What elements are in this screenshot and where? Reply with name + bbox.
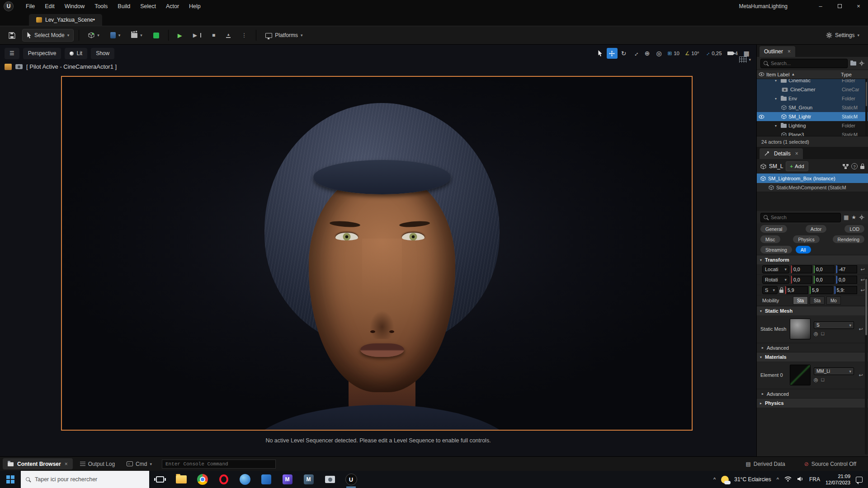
viewport-options-button[interactable]: ☰ <box>5 48 19 59</box>
surface-snap-toggle[interactable]: ◎ <box>654 48 665 59</box>
world-space-toggle[interactable]: ⊕ <box>642 48 653 59</box>
reset-material-icon[interactable]: ↩ <box>857 372 864 378</box>
pilot-camera-icon[interactable] <box>15 64 23 69</box>
blueprints-dropdown[interactable]: ▾ <box>106 29 125 42</box>
unreal-engine-button[interactable] <box>340 471 362 488</box>
view-mode-dropdown[interactable]: Lit <box>65 48 87 59</box>
outliner-row[interactable]: Plane3 StaticM <box>757 130 868 136</box>
pilot-exit-icon[interactable] <box>5 64 12 70</box>
derived-data-button[interactable]: ▤ Derived Data <box>741 461 789 467</box>
menu-window[interactable]: Window <box>60 0 90 12</box>
physics-section-header[interactable]: ▸ Physics <box>757 398 868 408</box>
location-dropdown[interactable]: Locati▾ <box>762 265 789 273</box>
copy-asset-icon[interactable]: □ <box>821 331 825 337</box>
favorites-star-icon[interactable]: ★ <box>851 214 856 221</box>
details-search-input[interactable] <box>771 215 838 220</box>
scale-dropdown[interactable]: S▾ <box>762 286 778 294</box>
outliner-row[interactable]: ▾ Env Folder <box>757 94 868 103</box>
hidden-icons-chevron[interactable]: ^ <box>777 477 779 482</box>
caret-down-icon[interactable]: ▾ <box>775 124 779 128</box>
outliner-scrollbar[interactable] <box>865 79 868 136</box>
frame-skip-button[interactable]: ▶ <box>189 29 205 42</box>
mobility-static-button[interactable]: Sta <box>793 296 808 305</box>
scale-tool-button[interactable]: ↔ <box>630 48 641 59</box>
minimize-button[interactable]: – <box>811 0 830 12</box>
menu-tools[interactable]: Tools <box>90 0 113 12</box>
component-row[interactable]: StaticMeshComponent (StaticM <box>757 183 868 192</box>
details-searchbox[interactable] <box>760 213 841 222</box>
metahuman-app-button[interactable] <box>277 471 298 488</box>
close-icon[interactable]: × <box>795 150 798 157</box>
taskbar-search-input[interactable] <box>35 476 144 483</box>
filter-actor[interactable]: Actor <box>806 225 827 233</box>
move-tool-button[interactable] <box>607 48 618 59</box>
item-label-column-header[interactable]: Item Label ▲ <box>766 72 839 77</box>
uniform-scale-lock-icon[interactable] <box>779 290 783 293</box>
static-mesh-advanced-row[interactable]: ▸ Advanced <box>757 343 868 352</box>
reset-location-icon[interactable]: ↩ <box>859 267 866 272</box>
static-mesh-thumbnail[interactable] <box>790 319 811 339</box>
menu-edit[interactable]: Edit <box>40 0 60 12</box>
static-mesh-asset-dropdown[interactable]: S▾ <box>814 321 854 329</box>
show-dropdown[interactable]: Show <box>91 48 114 59</box>
filter-physics[interactable]: Physics <box>793 235 819 243</box>
type-column-header[interactable]: Type <box>841 72 866 77</box>
outliner-tab[interactable]: Outliner × <box>760 46 795 57</box>
weather-text[interactable]: 31°C Eclaircies <box>734 476 771 483</box>
maximize-button[interactable] <box>830 0 849 12</box>
angle-snap-toggle[interactable]: ∠ 10° <box>683 48 702 59</box>
perspective-dropdown[interactable]: Perspective <box>23 48 61 59</box>
eye-icon[interactable] <box>759 115 764 119</box>
close-icon[interactable]: × <box>65 461 68 467</box>
outliner-row[interactable]: SM_Groun StaticM <box>757 103 868 112</box>
cinematics-dropdown[interactable]: ▾ <box>127 29 146 42</box>
quixel-bridge-button[interactable] <box>149 29 163 42</box>
save-button[interactable] <box>5 29 19 42</box>
scale-x-field[interactable]: 5,9 <box>785 286 808 294</box>
menu-help[interactable]: Help <box>184 0 206 12</box>
browse-to-asset-icon[interactable]: ◎ <box>814 331 818 337</box>
add-component-button[interactable]: + Add <box>786 161 808 171</box>
tab-level-scene[interactable]: Lev_Yazkua_Scene• <box>29 14 102 26</box>
scale-z-field[interactable]: 5,9: <box>835 286 857 294</box>
source-control-button[interactable]: ⊘ Source Control Off <box>800 461 861 467</box>
file-explorer-button[interactable] <box>170 471 192 488</box>
play-options-button[interactable]: ⋮ <box>237 29 251 42</box>
filter-all[interactable]: All <box>796 246 811 253</box>
add-folder-icon[interactable] <box>850 61 856 66</box>
filter-lod[interactable]: LOD <box>844 225 864 233</box>
screenshot-app-button[interactable] <box>319 471 340 488</box>
help-icon[interactable] <box>851 163 858 169</box>
details-settings-icon[interactable] <box>859 215 864 220</box>
launch-button[interactable]: ▲ <box>222 29 235 42</box>
display-filter-icon[interactable]: ▦ <box>844 214 849 221</box>
language-indicator[interactable]: FRA <box>809 476 820 483</box>
outliner-row[interactable]: ▾ Cinematic Folder <box>757 79 868 85</box>
location-z-field[interactable]: -47 <box>836 265 857 273</box>
reset-static-mesh-icon[interactable]: ↩ <box>857 326 864 332</box>
task-view-button[interactable] <box>149 471 170 488</box>
material-thumbnail[interactable] <box>790 365 811 385</box>
mobility-movable-button[interactable]: Mo <box>826 296 841 305</box>
visibility-column-icon[interactable] <box>759 72 764 76</box>
close-button[interactable]: × <box>849 0 868 12</box>
level-viewport[interactable]: ☰ Perspective Lit Show <box>0 45 756 456</box>
browse-to-asset-icon[interactable]: ◎ <box>814 377 818 383</box>
blue-app-button[interactable] <box>255 471 277 488</box>
outliner-settings-icon[interactable] <box>859 61 864 66</box>
outliner-search-input[interactable] <box>771 61 844 66</box>
outliner-searchbox[interactable] <box>760 59 848 68</box>
taskbar-search[interactable] <box>21 471 149 488</box>
location-x-field[interactable]: 0,0 <box>791 265 812 273</box>
m-app-button[interactable] <box>298 471 319 488</box>
rotation-dropdown[interactable]: Rotati▾ <box>762 276 789 284</box>
menu-file[interactable]: File <box>21 0 40 12</box>
settings-dropdown[interactable]: Settings ▾ <box>822 29 863 42</box>
filter-general[interactable]: General <box>760 225 787 233</box>
instance-row-selected[interactable]: SM_Lightroom_Box (Instance) <box>757 174 868 183</box>
material-asset-dropdown[interactable]: MM_Li▾ <box>814 367 854 375</box>
browser-button[interactable] <box>234 471 255 488</box>
filter-streaming[interactable]: Streaming <box>760 246 792 253</box>
scale-y-field[interactable]: 5,9 <box>810 286 832 294</box>
output-log-button[interactable]: Output Log <box>75 461 119 467</box>
